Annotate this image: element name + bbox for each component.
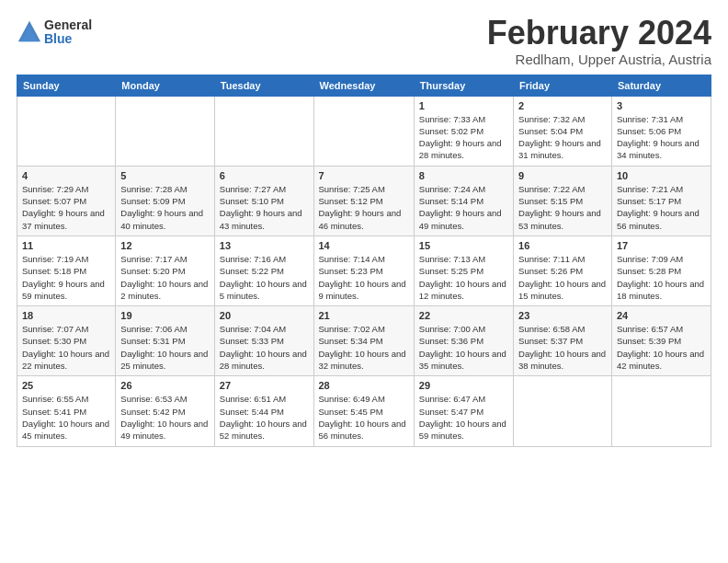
day-number: 29 xyxy=(419,380,508,391)
day-info: Sunrise: 7:27 AM Sunset: 5:10 PM Dayligh… xyxy=(220,183,309,232)
calendar-cell: 15Sunrise: 7:13 AM Sunset: 5:25 PM Dayli… xyxy=(414,236,513,305)
day-info: Sunrise: 6:55 AM Sunset: 5:41 PM Dayligh… xyxy=(22,393,110,442)
calendar-cell: 16Sunrise: 7:11 AM Sunset: 5:26 PM Dayli… xyxy=(514,236,612,305)
logo: General Blue xyxy=(17,18,92,47)
day-info: Sunrise: 6:57 AM Sunset: 5:39 PM Dayligh… xyxy=(617,323,706,372)
calendar-header-tuesday: Tuesday xyxy=(214,75,313,96)
day-number: 9 xyxy=(518,170,607,181)
day-info: Sunrise: 7:17 AM Sunset: 5:20 PM Dayligh… xyxy=(120,253,209,302)
calendar-cell: 12Sunrise: 7:17 AM Sunset: 5:20 PM Dayli… xyxy=(116,236,214,305)
day-number: 19 xyxy=(120,310,209,321)
day-number: 12 xyxy=(120,240,209,251)
calendar-cell: 7Sunrise: 7:25 AM Sunset: 5:12 PM Daylig… xyxy=(313,166,414,236)
day-info: Sunrise: 7:06 AM Sunset: 5:31 PM Dayligh… xyxy=(120,323,209,372)
day-info: Sunrise: 7:29 AM Sunset: 5:07 PM Dayligh… xyxy=(22,183,110,232)
day-info: Sunrise: 7:16 AM Sunset: 5:22 PM Dayligh… xyxy=(220,253,309,302)
day-number: 22 xyxy=(419,310,508,321)
page: General Blue February 2024 Redlham, Uppe… xyxy=(0,0,728,563)
day-number: 21 xyxy=(319,310,409,321)
day-number: 27 xyxy=(220,380,309,391)
calendar-week-row: 18Sunrise: 7:07 AM Sunset: 5:30 PM Dayli… xyxy=(17,306,711,376)
day-info: Sunrise: 7:00 AM Sunset: 5:36 PM Dayligh… xyxy=(419,323,508,372)
day-number: 11 xyxy=(22,240,110,251)
calendar-week-row: 11Sunrise: 7:19 AM Sunset: 5:18 PM Dayli… xyxy=(17,236,711,305)
calendar-cell: 9Sunrise: 7:22 AM Sunset: 5:15 PM Daylig… xyxy=(514,166,612,236)
calendar-cell xyxy=(514,376,612,446)
calendar-table: SundayMondayTuesdayWednesdayThursdayFrid… xyxy=(17,75,711,447)
day-info: Sunrise: 6:47 AM Sunset: 5:47 PM Dayligh… xyxy=(419,393,508,442)
day-number: 17 xyxy=(617,240,706,251)
day-number: 26 xyxy=(120,380,209,391)
day-info: Sunrise: 7:13 AM Sunset: 5:25 PM Dayligh… xyxy=(419,253,508,302)
day-info: Sunrise: 7:31 AM Sunset: 5:06 PM Dayligh… xyxy=(617,113,706,162)
day-info: Sunrise: 7:19 AM Sunset: 5:18 PM Dayligh… xyxy=(22,253,110,302)
calendar-cell: 20Sunrise: 7:04 AM Sunset: 5:33 PM Dayli… xyxy=(214,306,313,376)
logo-general: General xyxy=(44,18,92,32)
calendar-header-friday: Friday xyxy=(514,75,612,96)
calendar-cell: 8Sunrise: 7:24 AM Sunset: 5:14 PM Daylig… xyxy=(414,166,513,236)
calendar-cell: 1Sunrise: 7:33 AM Sunset: 5:02 PM Daylig… xyxy=(414,96,513,166)
day-number: 18 xyxy=(22,310,110,321)
calendar-cell: 13Sunrise: 7:16 AM Sunset: 5:22 PM Dayli… xyxy=(214,236,313,305)
day-number: 15 xyxy=(419,240,508,251)
title-block: February 2024 Redlham, Upper Austria, Au… xyxy=(487,15,711,67)
calendar-header-row: SundayMondayTuesdayWednesdayThursdayFrid… xyxy=(17,75,711,96)
day-number: 13 xyxy=(220,240,309,251)
calendar-cell xyxy=(611,376,711,446)
calendar-cell: 5Sunrise: 7:28 AM Sunset: 5:09 PM Daylig… xyxy=(116,166,214,236)
calendar-cell: 18Sunrise: 7:07 AM Sunset: 5:30 PM Dayli… xyxy=(17,306,116,376)
day-number: 20 xyxy=(220,310,309,321)
calendar-cell: 11Sunrise: 7:19 AM Sunset: 5:18 PM Dayli… xyxy=(17,236,116,305)
day-number: 10 xyxy=(617,170,706,181)
calendar-cell: 25Sunrise: 6:55 AM Sunset: 5:41 PM Dayli… xyxy=(17,376,116,446)
logo-text: General Blue xyxy=(44,18,92,47)
day-info: Sunrise: 7:32 AM Sunset: 5:04 PM Dayligh… xyxy=(518,113,607,162)
calendar-cell: 6Sunrise: 7:27 AM Sunset: 5:10 PM Daylig… xyxy=(214,166,313,236)
calendar-week-row: 1Sunrise: 7:33 AM Sunset: 5:02 PM Daylig… xyxy=(17,96,711,166)
calendar-week-row: 25Sunrise: 6:55 AM Sunset: 5:41 PM Dayli… xyxy=(17,376,711,446)
day-info: Sunrise: 7:22 AM Sunset: 5:15 PM Dayligh… xyxy=(518,183,607,232)
calendar-header-saturday: Saturday xyxy=(611,75,711,96)
day-number: 25 xyxy=(22,380,110,391)
calendar-cell: 29Sunrise: 6:47 AM Sunset: 5:47 PM Dayli… xyxy=(414,376,513,446)
calendar-cell xyxy=(116,96,214,166)
calendar-week-row: 4Sunrise: 7:29 AM Sunset: 5:07 PM Daylig… xyxy=(17,166,711,236)
header: General Blue February 2024 Redlham, Uppe… xyxy=(17,15,711,67)
day-info: Sunrise: 6:51 AM Sunset: 5:44 PM Dayligh… xyxy=(220,393,309,442)
calendar-cell: 19Sunrise: 7:06 AM Sunset: 5:31 PM Dayli… xyxy=(116,306,214,376)
day-number: 3 xyxy=(617,100,706,111)
day-info: Sunrise: 7:11 AM Sunset: 5:26 PM Dayligh… xyxy=(518,253,607,302)
calendar-cell: 4Sunrise: 7:29 AM Sunset: 5:07 PM Daylig… xyxy=(17,166,116,236)
calendar-cell: 21Sunrise: 7:02 AM Sunset: 5:34 PM Dayli… xyxy=(313,306,414,376)
calendar-header-wednesday: Wednesday xyxy=(313,75,414,96)
calendar-cell: 2Sunrise: 7:32 AM Sunset: 5:04 PM Daylig… xyxy=(514,96,612,166)
location-title: Redlham, Upper Austria, Austria xyxy=(487,52,711,67)
day-info: Sunrise: 6:58 AM Sunset: 5:37 PM Dayligh… xyxy=(518,323,607,372)
calendar-cell: 27Sunrise: 6:51 AM Sunset: 5:44 PM Dayli… xyxy=(214,376,313,446)
calendar-cell: 24Sunrise: 6:57 AM Sunset: 5:39 PM Dayli… xyxy=(611,306,711,376)
day-number: 1 xyxy=(419,100,508,111)
logo-blue: Blue xyxy=(44,32,92,46)
calendar-cell: 23Sunrise: 6:58 AM Sunset: 5:37 PM Dayli… xyxy=(514,306,612,376)
day-number: 8 xyxy=(419,170,508,181)
day-number: 6 xyxy=(220,170,309,181)
day-number: 16 xyxy=(518,240,607,251)
day-number: 7 xyxy=(319,170,409,181)
day-info: Sunrise: 7:14 AM Sunset: 5:23 PM Dayligh… xyxy=(319,253,409,302)
month-title: February 2024 xyxy=(487,15,711,52)
calendar-cell xyxy=(313,96,414,166)
day-number: 24 xyxy=(617,310,706,321)
day-info: Sunrise: 7:33 AM Sunset: 5:02 PM Dayligh… xyxy=(419,113,508,162)
day-info: Sunrise: 7:02 AM Sunset: 5:34 PM Dayligh… xyxy=(319,323,409,372)
calendar-cell: 3Sunrise: 7:31 AM Sunset: 5:06 PM Daylig… xyxy=(611,96,711,166)
logo-icon xyxy=(17,19,42,45)
day-number: 2 xyxy=(518,100,607,111)
day-info: Sunrise: 6:49 AM Sunset: 5:45 PM Dayligh… xyxy=(319,393,409,442)
calendar-cell: 14Sunrise: 7:14 AM Sunset: 5:23 PM Dayli… xyxy=(313,236,414,305)
day-info: Sunrise: 7:28 AM Sunset: 5:09 PM Dayligh… xyxy=(120,183,209,232)
day-number: 5 xyxy=(120,170,209,181)
day-number: 14 xyxy=(319,240,409,251)
calendar-cell: 17Sunrise: 7:09 AM Sunset: 5:28 PM Dayli… xyxy=(611,236,711,305)
calendar-cell: 10Sunrise: 7:21 AM Sunset: 5:17 PM Dayli… xyxy=(611,166,711,236)
day-info: Sunrise: 7:24 AM Sunset: 5:14 PM Dayligh… xyxy=(419,183,508,232)
